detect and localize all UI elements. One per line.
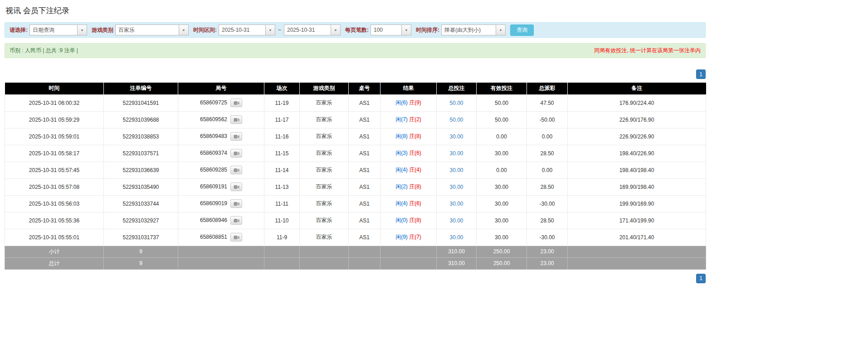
table-row: 2025-10-31 05:59:29522931039688658609562… xyxy=(5,111,706,128)
time-sort-input[interactable] xyxy=(441,25,496,35)
chevron-down-icon: ▼ xyxy=(269,29,272,32)
cell-remark: 176.90/224.40 xyxy=(568,94,706,111)
cell-round-id: 658608946 xyxy=(178,212,264,229)
video-replay-button[interactable] xyxy=(230,99,242,107)
table-row: 2025-10-31 05:55:01522931031737658608851… xyxy=(5,229,706,246)
date-from-dropdown-button[interactable]: ▼ xyxy=(265,25,275,35)
date-range-separator: ~ xyxy=(278,27,281,33)
summary-row: 小计9310.00250.0023.00 xyxy=(5,246,706,257)
cell-game-type: 百家乐 xyxy=(300,212,349,229)
summary-payout: 23.00 xyxy=(527,257,568,269)
result-banker: 庄(8) xyxy=(409,183,421,190)
date-to-input[interactable] xyxy=(284,25,331,35)
round-id: 658609483 xyxy=(200,133,227,139)
round-id: 658608851 xyxy=(200,234,227,240)
cell-bet-id: 522931036639 xyxy=(104,162,178,178)
summary-empty-cell xyxy=(568,246,706,257)
game-type-input[interactable] xyxy=(115,25,179,35)
result-banker: 庄(8) xyxy=(409,217,421,223)
video-replay-button[interactable] xyxy=(230,199,242,208)
video-replay-button[interactable] xyxy=(230,182,242,191)
page-title: 视讯 会员下注纪录 xyxy=(5,5,706,16)
page-size-input[interactable] xyxy=(371,25,401,35)
game-type-combobox: ▼ xyxy=(115,25,189,35)
cell-remark: 198.40/198.40 xyxy=(568,162,706,178)
round-id: 658608946 xyxy=(200,217,227,223)
video-replay-button[interactable] xyxy=(230,216,242,225)
summary-empty-cell xyxy=(178,246,264,257)
total-bet-link[interactable]: 30.00 xyxy=(449,201,463,207)
summary-empty-cell xyxy=(349,257,380,269)
round-id: 658609562 xyxy=(200,116,227,123)
summary-total-bet: 310.00 xyxy=(437,246,477,257)
cell-session: 11-16 xyxy=(264,128,300,145)
cell-remark: 198.40/226.90 xyxy=(568,145,706,162)
video-replay-button[interactable] xyxy=(230,115,242,124)
cell-session: 11-9 xyxy=(264,229,300,246)
cell-time: 2025-10-31 05:58:17 xyxy=(5,145,104,162)
total-bet-link[interactable]: 30.00 xyxy=(449,133,463,140)
video-replay-button[interactable] xyxy=(230,149,242,158)
cell-round-id: 658608851 xyxy=(178,229,264,246)
cell-table-no: AS1 xyxy=(349,229,380,246)
video-replay-button[interactable] xyxy=(230,132,242,141)
summary-total-bet: 310.00 xyxy=(437,257,477,269)
page-1-button[interactable]: 1 xyxy=(696,274,706,283)
cell-total-bet: 30.00 xyxy=(437,162,477,178)
summary-empty-cell xyxy=(349,246,380,257)
video-icon xyxy=(234,218,239,223)
result-player: 闲(0) xyxy=(395,217,408,223)
cell-result: 闲(3) 庄(6) xyxy=(380,145,437,162)
video-replay-button[interactable] xyxy=(230,233,242,242)
query-type-combobox: ▼ xyxy=(29,25,87,35)
summary-row: 总计9310.00250.0023.00 xyxy=(5,257,706,269)
video-replay-button[interactable] xyxy=(230,166,242,174)
cell-remark: 226.90/176.90 xyxy=(568,111,706,128)
total-bet-link[interactable]: 30.00 xyxy=(449,234,463,241)
cell-remark: 199.90/169.90 xyxy=(568,195,706,212)
cell-time: 2025-10-31 05:59:01 xyxy=(5,128,104,145)
cell-valid-bet: 30.00 xyxy=(477,145,527,162)
cell-session: 11-10 xyxy=(264,212,300,229)
total-bet-link[interactable]: 50.00 xyxy=(449,100,463,106)
date-from-input[interactable] xyxy=(219,25,265,35)
result-banker: 庄(4) xyxy=(409,167,421,173)
cell-result: 闲(0) 庄(8) xyxy=(380,212,437,229)
cell-bet-id: 522931039688 xyxy=(104,111,178,128)
chevron-down-icon: ▼ xyxy=(182,29,185,32)
column-header: 总派彩 xyxy=(527,83,568,94)
cell-bet-id: 522931031737 xyxy=(104,229,178,246)
total-bet-link[interactable]: 30.00 xyxy=(449,217,463,224)
search-button[interactable]: 查询 xyxy=(510,25,534,36)
cell-total-bet: 30.00 xyxy=(437,178,477,195)
page-1-button[interactable]: 1 xyxy=(696,69,706,79)
date-to-dropdown-button[interactable]: ▼ xyxy=(331,25,341,35)
cell-session: 11-17 xyxy=(264,111,300,128)
query-type-input[interactable] xyxy=(29,25,77,35)
cell-round-id: 658609562 xyxy=(178,111,264,128)
cell-remark: 201.40/171.40 xyxy=(568,229,706,246)
total-bet-link[interactable]: 30.00 xyxy=(449,167,463,173)
video-icon xyxy=(234,235,239,240)
cell-round-id: 658609285 xyxy=(178,162,264,178)
result-banker: 庄(6) xyxy=(409,150,421,156)
video-icon xyxy=(234,134,239,139)
table-row: 2025-10-31 05:59:01522931038853658609483… xyxy=(5,128,706,145)
cell-game-type: 百家乐 xyxy=(300,229,349,246)
cell-game-type: 百家乐 xyxy=(300,162,349,178)
time-sort-dropdown-button[interactable]: ▼ xyxy=(496,25,506,35)
time-sort-combobox: ▼ xyxy=(441,25,506,35)
game-type-dropdown-button[interactable]: ▼ xyxy=(179,25,189,35)
total-bet-link[interactable]: 50.00 xyxy=(449,117,463,123)
page-size-dropdown-button[interactable]: ▼ xyxy=(401,25,411,35)
info-bar: 币别 : 人民币 | 总共 :9 注单 | 同局有效投注, 统一计算在该局第一张… xyxy=(5,43,706,58)
total-bet-link[interactable]: 30.00 xyxy=(449,150,463,157)
cell-result: 闲(4) 庄(4) xyxy=(380,162,437,178)
table-header-row: 时间注单编号局号场次游戏类别桌号结果总投注有效投注总派彩备注 xyxy=(5,83,706,94)
result-banker: 庄(8) xyxy=(409,133,421,139)
chevron-down-icon: ▼ xyxy=(334,29,337,32)
cell-round-id: 658609725 xyxy=(178,94,264,111)
total-bet-link[interactable]: 30.00 xyxy=(449,184,463,190)
query-type-dropdown-button[interactable]: ▼ xyxy=(77,25,87,35)
cell-valid-bet: 50.00 xyxy=(477,111,527,128)
